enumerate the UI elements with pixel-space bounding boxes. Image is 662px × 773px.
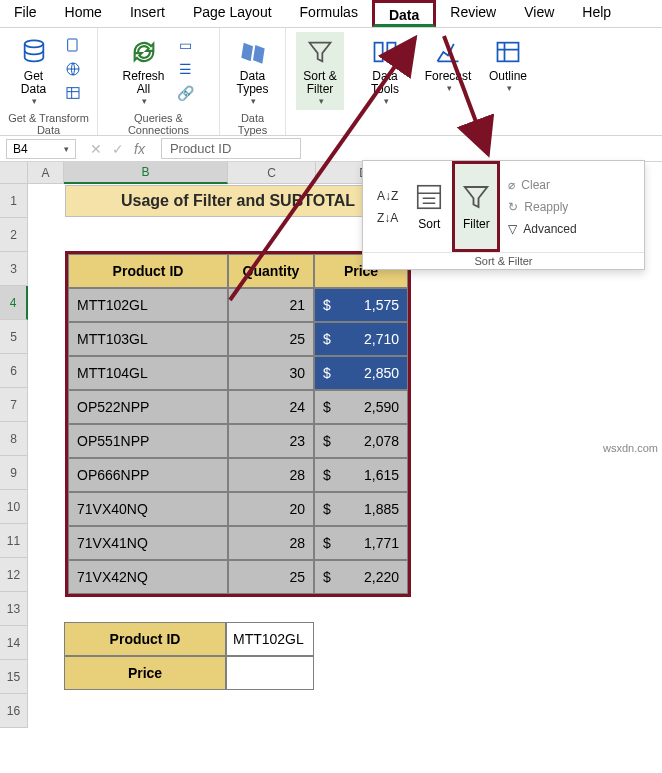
menu-insert[interactable]: Insert xyxy=(116,0,179,27)
table-row[interactable]: OP666NPP28$1,615 xyxy=(68,458,408,492)
clear-button[interactable]: ⌀Clear xyxy=(504,176,580,194)
from-web-button[interactable] xyxy=(60,58,86,80)
row-header[interactable]: 4 xyxy=(0,286,28,320)
menu-formulas[interactable]: Formulas xyxy=(286,0,372,27)
cell-quantity[interactable]: 21 xyxy=(228,288,314,322)
cell-product-id[interactable]: OP522NPP xyxy=(68,390,228,424)
col-header[interactable]: B xyxy=(64,162,228,184)
enter-icon[interactable]: ✓ xyxy=(112,141,124,157)
row-header[interactable]: 12 xyxy=(0,558,28,592)
lookup-price-value[interactable] xyxy=(226,656,314,690)
edit-links-button[interactable]: 🔗 xyxy=(173,82,199,104)
sort-desc-button[interactable]: Z↓A xyxy=(373,209,402,227)
row-header[interactable]: 3 xyxy=(0,252,28,286)
row-header[interactable]: 13 xyxy=(0,592,28,626)
from-text-button[interactable] xyxy=(60,34,86,56)
row-header[interactable]: 1 xyxy=(0,184,28,218)
table-row[interactable]: 71VX41NQ28$1,771 xyxy=(68,526,408,560)
cell-product-id[interactable]: OP551NPP xyxy=(68,424,228,458)
forecast-button[interactable]: Forecast ▾ xyxy=(419,32,478,97)
properties-button[interactable]: ☰ xyxy=(173,58,199,80)
queries-button[interactable]: ▭ xyxy=(173,34,199,56)
col-header[interactable]: C xyxy=(228,162,316,184)
row-header[interactable]: 7 xyxy=(0,388,28,422)
data-tools-button[interactable]: Data Tools ▾ xyxy=(361,32,409,110)
menu-home[interactable]: Home xyxy=(51,0,116,27)
cell-quantity[interactable]: 23 xyxy=(228,424,314,458)
table-row[interactable]: OP551NPP23$2,078 xyxy=(68,424,408,458)
row-header[interactable]: 10 xyxy=(0,490,28,524)
row-header[interactable]: 9 xyxy=(0,456,28,490)
col-header[interactable]: A xyxy=(28,162,64,184)
row-header[interactable]: 5 xyxy=(0,320,28,354)
lookup-id-value[interactable]: MTT102GL xyxy=(226,622,314,656)
menu-page-layout[interactable]: Page Layout xyxy=(179,0,286,27)
select-all[interactable] xyxy=(0,162,28,184)
cell-product-id[interactable]: MTT104GL xyxy=(68,356,228,390)
fx-icon[interactable]: fx xyxy=(134,141,145,157)
cell-quantity[interactable]: 20 xyxy=(228,492,314,526)
cell-product-id[interactable]: 71VX40NQ xyxy=(68,492,228,526)
chevron-down-icon: ▾ xyxy=(251,96,256,106)
cell-price[interactable]: $1,885 xyxy=(314,492,408,526)
cell-quantity[interactable]: 25 xyxy=(228,322,314,356)
filter-button[interactable]: Filter xyxy=(452,161,500,252)
row-header[interactable]: 2 xyxy=(0,218,28,252)
row-header[interactable]: 11 xyxy=(0,524,28,558)
cell-product-id[interactable]: 71VX42NQ xyxy=(68,560,228,594)
cell-price[interactable]: $2,220 xyxy=(314,560,408,594)
from-table-button[interactable] xyxy=(60,82,86,104)
cell-quantity[interactable]: 24 xyxy=(228,390,314,424)
table-row[interactable]: MTT102GL21$1,575 xyxy=(68,288,408,322)
cell-quantity[interactable]: 25 xyxy=(228,560,314,594)
table-row[interactable]: OP522NPP24$2,590 xyxy=(68,390,408,424)
menu-data[interactable]: Data xyxy=(372,0,436,27)
menu-view[interactable]: View xyxy=(510,0,568,27)
cell-quantity[interactable]: 28 xyxy=(228,526,314,560)
row-header[interactable]: 15 xyxy=(0,660,28,694)
cell-price[interactable]: $2,590 xyxy=(314,390,408,424)
cell-price[interactable]: $1,615 xyxy=(314,458,408,492)
get-data-button[interactable]: Get Data ▾ xyxy=(10,32,58,110)
cell-price[interactable]: $2,710 xyxy=(314,322,408,356)
data-table: Product ID Quantity Price MTT102GL21$1,5… xyxy=(65,251,411,597)
sort-asc-button[interactable]: A↓Z xyxy=(373,187,402,205)
row-header[interactable]: 8 xyxy=(0,422,28,456)
table-row[interactable]: MTT104GL30$2,850 xyxy=(68,356,408,390)
sheet-body[interactable]: A B C D Usage of Filter and SUBTOTAL Pro… xyxy=(28,162,412,728)
table-row[interactable]: 71VX42NQ25$2,220 xyxy=(68,560,408,594)
cell-quantity[interactable]: 28 xyxy=(228,458,314,492)
cell-price[interactable]: $2,850 xyxy=(314,356,408,390)
menu-help[interactable]: Help xyxy=(568,0,625,27)
cell-product-id[interactable]: OP666NPP xyxy=(68,458,228,492)
cell-price[interactable]: $1,575 xyxy=(314,288,408,322)
table-row[interactable]: 71VX40NQ20$1,885 xyxy=(68,492,408,526)
refresh-all-button[interactable]: Refresh All ▾ xyxy=(116,32,170,110)
row-header[interactable]: 6 xyxy=(0,354,28,388)
clear-icon: ⌀ xyxy=(508,178,515,192)
group-label: Queries & Connections xyxy=(104,110,213,136)
row-header[interactable]: 14 xyxy=(0,626,28,660)
cell-price[interactable]: $2,078 xyxy=(314,424,408,458)
cell-price[interactable]: $1,771 xyxy=(314,526,408,560)
cell-product-id[interactable]: MTT102GL xyxy=(68,288,228,322)
reapply-button[interactable]: ↻Reapply xyxy=(504,198,580,216)
header-quantity[interactable]: Quantity xyxy=(228,254,314,288)
outline-button[interactable]: Outline ▾ xyxy=(483,32,533,97)
row-header[interactable]: 16 xyxy=(0,694,28,728)
cell-quantity[interactable]: 30 xyxy=(228,356,314,390)
header-product-id[interactable]: Product ID xyxy=(68,254,228,288)
table-row[interactable]: MTT103GL25$2,710 xyxy=(68,322,408,356)
sort-button[interactable]: Sort xyxy=(406,161,452,252)
menu-file[interactable]: File xyxy=(0,0,51,27)
sort-filter-button[interactable]: Sort & Filter ▾ xyxy=(296,32,344,110)
name-box[interactable]: B4 ▾ xyxy=(6,139,76,159)
datatypes-icon xyxy=(237,36,269,68)
menu-review[interactable]: Review xyxy=(436,0,510,27)
cell-product-id[interactable]: MTT103GL xyxy=(68,322,228,356)
advanced-button[interactable]: ▽Advanced xyxy=(504,220,580,238)
formula-input[interactable]: Product ID xyxy=(161,138,301,159)
cell-product-id[interactable]: 71VX41NQ xyxy=(68,526,228,560)
cancel-icon[interactable]: ✕ xyxy=(90,141,102,157)
data-types-button[interactable]: Data Types ▾ xyxy=(229,32,277,110)
